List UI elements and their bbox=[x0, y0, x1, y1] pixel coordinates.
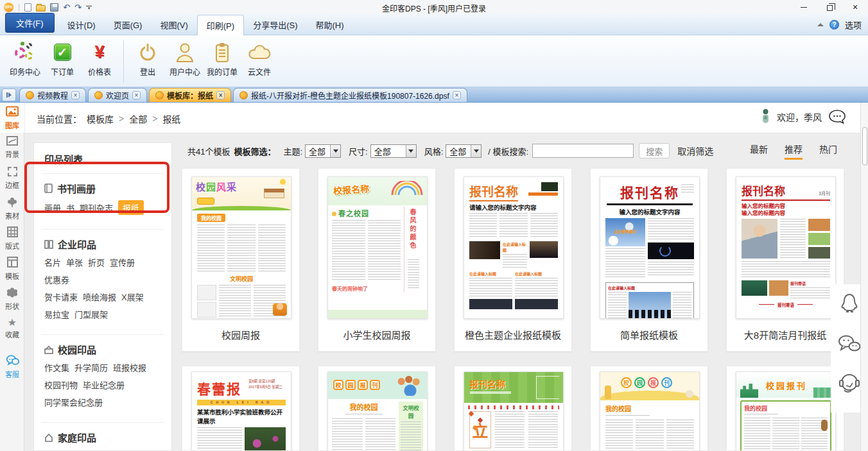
breadcrumb-newspaper[interactable]: 报纸 bbox=[162, 112, 180, 125]
thumb-masthead: 报刊名称 bbox=[469, 182, 558, 200]
menu-share-export[interactable]: 分享导出(S) bbox=[244, 15, 306, 35]
catalog-link[interactable]: 升学简历 bbox=[74, 361, 108, 373]
rail-item-border[interactable]: 边框 bbox=[0, 163, 24, 193]
menu-page[interactable]: 页面(G) bbox=[105, 15, 152, 35]
template-card-campus-weekly[interactable]: 校园风采 我的校园 文明校园 校园周报 bbox=[182, 168, 300, 352]
headset-icon[interactable] bbox=[837, 371, 862, 395]
catalog-link[interactable]: X展架 bbox=[121, 291, 144, 303]
search-button[interactable]: 搜索 bbox=[639, 143, 670, 158]
catalog-link[interactable]: 贺卡请柬 bbox=[44, 291, 78, 303]
menu-print[interactable]: 印刷(P) bbox=[197, 15, 244, 35]
catalog-link[interactable]: 作文集 bbox=[44, 361, 69, 373]
price-list-button[interactable]: ¥ 价格表 bbox=[81, 40, 118, 77]
rail-item-material[interactable]: 素材 bbox=[0, 193, 24, 223]
catalog-link[interactable]: 毕业纪念册 bbox=[83, 379, 125, 391]
theme-select[interactable]: 全部 bbox=[305, 144, 341, 158]
catalog-link[interactable]: 期刊杂志 bbox=[80, 201, 113, 214]
collapse-ribbon-icon[interactable] bbox=[817, 23, 824, 26]
sort-hot[interactable]: 热门 bbox=[819, 142, 837, 160]
text-lines bbox=[197, 225, 225, 272]
close-tab-icon[interactable]: × bbox=[132, 91, 141, 99]
thumb-section-title: 文明校园 bbox=[192, 275, 291, 283]
menu-design[interactable]: 设计(D) bbox=[58, 15, 105, 35]
catalog-link[interactable]: 书 bbox=[66, 201, 74, 214]
catalog-link[interactable]: 优惠券 bbox=[44, 273, 69, 285]
breadcrumb-library[interactable]: 模板库 bbox=[87, 112, 114, 125]
print-center-button[interactable]: 印务中心 bbox=[6, 40, 44, 77]
size-select[interactable]: 全部 bbox=[370, 144, 417, 158]
place-order-button[interactable]: ✓ 下订单 bbox=[44, 40, 81, 77]
catalog-link[interactable]: 班报校报 bbox=[113, 361, 146, 373]
rail-item-template[interactable]: 模板 bbox=[0, 253, 24, 284]
star-icon: ★ bbox=[8, 317, 17, 328]
sort-newest[interactable]: 最新 bbox=[750, 142, 768, 160]
template-card-chunlei[interactable]: 春蕾报 第8期 总第120期2017年9月5日 星期二 CHUN LEI BAO… bbox=[182, 366, 300, 451]
search-input[interactable] bbox=[532, 144, 634, 158]
catalog-link[interactable]: 喷绘海报 bbox=[83, 291, 116, 303]
user-center-button[interactable]: 用户中心 bbox=[166, 40, 204, 77]
text-lines bbox=[368, 220, 401, 282]
template-card-campus-yellow[interactable]: 校 园 报 刊 我的校园 bbox=[590, 366, 708, 451]
tab-template-library[interactable]: 模板库：报纸× bbox=[149, 88, 231, 102]
photo-placeholder bbox=[197, 302, 216, 318]
scrollbar-thumb[interactable] bbox=[862, 127, 867, 166]
catalog-link[interactable]: 折页 bbox=[88, 256, 105, 268]
close-button[interactable]: × bbox=[842, 0, 868, 14]
rail-item-service[interactable]: 客服 bbox=[0, 352, 24, 382]
text-lines bbox=[503, 254, 527, 268]
template-card-orange-business[interactable]: 报刊名称 请输入您的标题文字内容 在此请输入标题 在此请输入标题 在此请输入标题… bbox=[454, 168, 572, 352]
help-icon[interactable]: ? bbox=[829, 20, 839, 30]
template-card-simple-newspaper[interactable]: 报刊名称 输入您的标题文字内容 点击替换图片 bbox=[590, 168, 708, 352]
template-card-primary-school-weekly[interactable]: 校报名称 春之校园 春天的闹钟响了 春风的颜色 小学生校园周报 bbox=[318, 168, 436, 352]
rail-item-background[interactable]: 背景 bbox=[0, 133, 24, 163]
template-card-campus-mint[interactable]: 校 园 报 刊 我的校园 文明校园 bbox=[318, 366, 436, 451]
template-card-campus-castle[interactable]: 校园报刊 我的校园 bbox=[726, 366, 844, 451]
sort-recommended[interactable]: 推荐 bbox=[785, 142, 803, 160]
catalog-link[interactable]: 单张 bbox=[66, 256, 83, 268]
rail-item-shape[interactable]: 形状 bbox=[0, 284, 24, 314]
tab-panel-expander[interactable] bbox=[2, 89, 16, 101]
template-card-soccer-field[interactable]: 报刊名称 立 bbox=[454, 366, 572, 451]
template-card-monthly-newspaper[interactable]: 报刊名称 3月刊 输入您的标题内容输入您的标题内容 报刊寄语 报刊寄语 bbox=[726, 168, 844, 352]
vertical-scrollbar[interactable] bbox=[860, 103, 868, 451]
catalog-link[interactable]: 同学聚会纪念册 bbox=[44, 396, 103, 408]
catalog-link-newspaper-active[interactable]: 报纸 bbox=[118, 200, 144, 215]
catalog-link[interactable]: 门型展架 bbox=[74, 308, 108, 320]
tab-open-document[interactable]: 报纸-八开报对折-橙色主题企业报纸模板190807-1626.dpsf× bbox=[233, 88, 467, 102]
feedback-bubble-icon[interactable] bbox=[828, 109, 846, 124]
qq-icon[interactable] bbox=[838, 292, 861, 316]
rail-item-gallery[interactable]: 图库 bbox=[0, 103, 24, 133]
tab-welcome[interactable]: 欢迎页× bbox=[88, 88, 147, 102]
menu-file[interactable]: 文件(F) bbox=[5, 13, 55, 33]
rail-item-layout[interactable]: 版式 bbox=[0, 223, 24, 253]
wechat-icon[interactable] bbox=[837, 333, 862, 355]
thumb-masthead: 报刊名称 bbox=[464, 372, 563, 403]
menu-help[interactable]: 帮助(H) bbox=[306, 15, 352, 35]
rail-item-favorites[interactable]: ★ 收藏 bbox=[0, 314, 24, 344]
catalog-link[interactable]: 易拉宝 bbox=[44, 308, 69, 320]
template-thumbnail: 春蕾报 第8期 总第120期2017年9月5日 星期二 CHUN LEI BAO… bbox=[191, 371, 291, 451]
sun-icon bbox=[280, 179, 286, 185]
my-orders-button[interactable]: 我的订单 bbox=[204, 40, 241, 77]
close-tab-icon[interactable]: × bbox=[453, 91, 461, 99]
style-select[interactable]: 全部 bbox=[446, 144, 482, 158]
logout-button[interactable]: 登出 bbox=[129, 40, 166, 77]
options-button[interactable]: 选项 bbox=[845, 19, 862, 31]
menu-view[interactable]: 视图(V) bbox=[151, 15, 196, 35]
minimize-button[interactable] bbox=[791, 0, 817, 14]
catalog-link[interactable]: 宣传册 bbox=[110, 256, 135, 268]
template-thumbnail: 校 园 报 刊 我的校园 文明校园 bbox=[327, 371, 428, 451]
close-tab-icon[interactable]: × bbox=[216, 91, 225, 99]
close-tab-icon[interactable]: × bbox=[71, 91, 80, 99]
tab-video-tutorial[interactable]: 视频教程× bbox=[19, 88, 86, 102]
cloud-files-button[interactable]: 云文件 bbox=[241, 40, 278, 77]
breadcrumb-all[interactable]: 全部 bbox=[129, 112, 147, 125]
text-lines bbox=[530, 213, 558, 239]
filter-bar: 共41个模板 模板筛选： 主题: 全部 尺寸: 全部 风格: 全部 / 模板搜索… bbox=[187, 142, 841, 159]
restore-button[interactable] bbox=[817, 0, 842, 14]
city-silhouette bbox=[813, 387, 833, 398]
catalog-link[interactable]: 校园刊物 bbox=[44, 379, 78, 391]
cancel-filter-link[interactable]: 取消筛选 bbox=[677, 144, 713, 157]
catalog-link[interactable]: 画册 bbox=[44, 201, 61, 214]
catalog-link[interactable]: 名片 bbox=[44, 256, 61, 268]
